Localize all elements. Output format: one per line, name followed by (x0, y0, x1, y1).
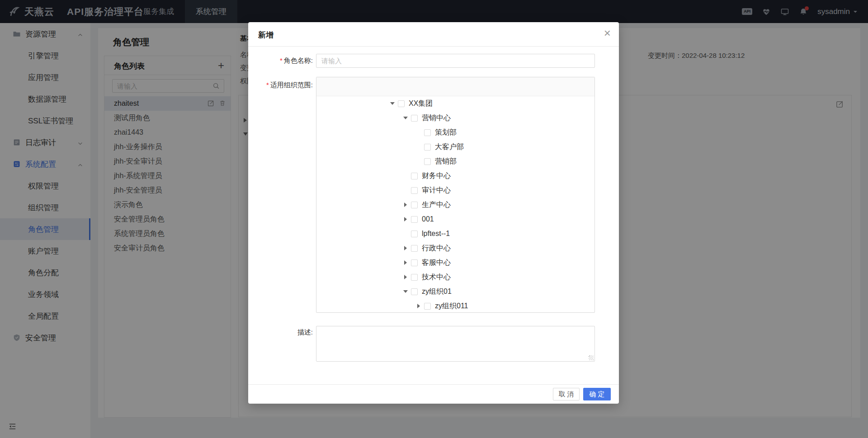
description-label: 描述: (248, 328, 313, 337)
role-name-label: *角色名称: (248, 57, 313, 65)
org-tree-node[interactable]: 客服中心 (316, 255, 594, 270)
org-node-label: 财务中心 (422, 171, 451, 181)
checkbox[interactable] (411, 202, 418, 208)
org-tree-node[interactable]: 大客户部 (316, 140, 594, 154)
modal-title: 新增 (258, 30, 274, 40)
org-tree-node[interactable]: 营销部 (316, 154, 594, 169)
tree-caret-right-icon[interactable] (402, 203, 409, 207)
required-asterisk: * (280, 57, 283, 64)
add-role-modal: 新增 × *角色名称: *适用组织范围: XX集团营销中心策划部大客户部营销部财… (248, 22, 619, 404)
org-node-label: 营销部 (435, 157, 457, 166)
org-node-label: lpftest--1 (422, 230, 450, 238)
required-asterisk: * (266, 81, 269, 89)
org-node-label: 大客户部 (435, 142, 464, 152)
tree-caret-right-icon[interactable] (402, 260, 409, 265)
checkbox[interactable] (411, 187, 418, 194)
checkbox[interactable] (411, 274, 418, 281)
tree-caret-right-icon[interactable] (415, 304, 422, 308)
org-tree-node[interactable]: 财务中心 (316, 169, 594, 183)
org-tree-node[interactable]: 策划部 (316, 125, 594, 140)
org-node-label: zy组织01 (422, 287, 452, 297)
org-node-label: 生产中心 (422, 200, 451, 210)
org-tree-node[interactable]: zy组织01 (316, 284, 594, 299)
org-scope-label: *适用组织范围: (248, 81, 313, 89)
tree-caret-right-icon[interactable] (402, 246, 409, 250)
tree-caret-down-icon[interactable] (402, 117, 409, 119)
org-node-label: zy组织011 (435, 301, 468, 311)
checkbox[interactable] (411, 245, 418, 252)
checkbox[interactable] (411, 259, 418, 266)
org-tree-node[interactable]: 001 (316, 212, 594, 226)
org-tree: XX集团营销中心策划部大客户部营销部财务中心审计中心生产中心001lpftest… (316, 96, 594, 312)
checkbox[interactable] (411, 216, 418, 223)
checkbox[interactable] (398, 100, 405, 107)
org-node-label: 策划部 (435, 128, 457, 137)
role-name-input[interactable] (316, 54, 595, 68)
textarea-resize-handle[interactable] (589, 355, 594, 360)
confirm-button[interactable]: 确 定 (583, 388, 611, 400)
org-scope-selected-bar (316, 77, 594, 96)
org-tree-node[interactable]: 审计中心 (316, 183, 594, 198)
checkbox[interactable] (411, 231, 418, 237)
org-scope-box: XX集团营销中心策划部大客户部营销部财务中心审计中心生产中心001lpftest… (316, 77, 595, 313)
checkbox[interactable] (424, 158, 431, 165)
org-node-label: 001 (422, 215, 434, 223)
checkbox[interactable] (411, 173, 418, 179)
checkbox[interactable] (411, 288, 418, 295)
description-textarea[interactable] (316, 326, 595, 362)
org-node-label: 客服中心 (422, 258, 451, 268)
org-tree-node[interactable]: 技术中心 (316, 270, 594, 284)
org-node-label: 营销中心 (422, 113, 451, 123)
modal-header: 新增 × (248, 22, 619, 47)
org-tree-node[interactable]: 行政中心 (316, 241, 594, 255)
tree-caret-right-icon[interactable] (402, 217, 409, 221)
checkbox[interactable] (424, 144, 431, 151)
checkbox[interactable] (424, 303, 431, 310)
page: 天燕云 API服务治理平台 服务集成系统管理 API sysadmin 资源管理… (0, 0, 868, 438)
org-node-label: 审计中心 (422, 186, 451, 195)
org-node-label: 行政中心 (422, 244, 451, 253)
org-tree-node[interactable]: 生产中心 (316, 198, 594, 212)
cancel-button[interactable]: 取 消 (553, 388, 580, 400)
checkbox[interactable] (424, 129, 431, 136)
org-tree-node[interactable]: zy组织011 (316, 299, 594, 312)
org-tree-node[interactable]: XX集团 (316, 96, 594, 111)
checkbox[interactable] (411, 115, 418, 122)
tree-caret-down-icon[interactable] (389, 102, 396, 105)
modal-footer: 取 消 确 定 (248, 384, 619, 404)
close-icon[interactable]: × (604, 27, 611, 39)
tree-caret-right-icon[interactable] (402, 275, 409, 279)
org-tree-node[interactable]: lpftest--1 (316, 226, 594, 241)
org-tree-node[interactable]: 营销中心 (316, 111, 594, 125)
tree-caret-down-icon[interactable] (402, 290, 409, 293)
org-node-label: XX集团 (409, 99, 433, 108)
org-node-label: 技术中心 (422, 273, 451, 282)
